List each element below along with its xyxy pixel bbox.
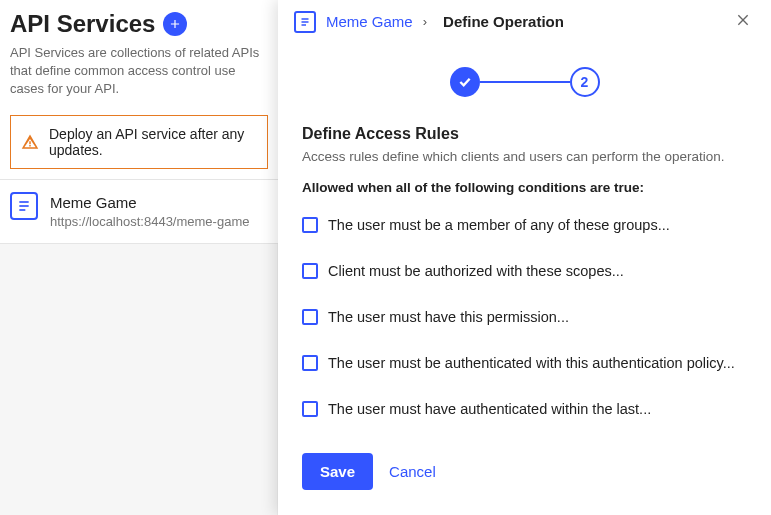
page-description: API Services are collections of related … xyxy=(10,44,268,99)
warning-icon xyxy=(21,133,39,151)
check-icon xyxy=(457,74,473,90)
step-1-done[interactable] xyxy=(450,67,480,97)
step-2-current[interactable]: 2 xyxy=(570,67,600,97)
checkbox[interactable] xyxy=(302,355,318,371)
cancel-button[interactable]: Cancel xyxy=(389,463,436,480)
rule-authn-policy[interactable]: The user must be authenticated with this… xyxy=(302,347,747,379)
checkbox[interactable] xyxy=(302,263,318,279)
chevron-right-icon: › xyxy=(423,14,427,29)
document-icon xyxy=(294,11,316,33)
step-connector xyxy=(480,81,570,83)
rule-label: Client must be authorized with these sco… xyxy=(328,263,624,279)
checkbox[interactable] xyxy=(302,401,318,417)
section-title: Define Access Rules xyxy=(302,125,747,143)
breadcrumb-link-service[interactable]: Meme Game xyxy=(326,13,413,30)
checkbox[interactable] xyxy=(302,217,318,233)
rule-scopes[interactable]: Client must be authorized with these sco… xyxy=(302,255,747,287)
plus-icon xyxy=(168,17,182,31)
rule-label: The user must have this permission... xyxy=(328,309,569,325)
rule-label: The user must be authenticated with this… xyxy=(328,355,735,371)
rule-label: The user must have authenticated within … xyxy=(328,401,651,417)
save-button[interactable]: Save xyxy=(302,453,373,490)
document-icon xyxy=(10,192,38,220)
breadcrumb: Meme Game › Define Operation xyxy=(278,0,771,39)
rule-groups[interactable]: The user must be a member of any of thes… xyxy=(302,209,747,241)
page-title: API Services xyxy=(10,10,155,38)
conditions-heading: Allowed when all of the following condit… xyxy=(302,180,747,195)
rule-label: The user must be a member of any of thes… xyxy=(328,217,670,233)
service-url: https://localhost:8443/meme-game xyxy=(50,213,249,231)
close-button[interactable] xyxy=(731,10,755,33)
checkbox[interactable] xyxy=(302,309,318,325)
rule-permission[interactable]: The user must have this permission... xyxy=(302,301,747,333)
section-description: Access rules define which clients and us… xyxy=(302,149,747,164)
service-name: Meme Game xyxy=(50,192,249,213)
rule-authn-recency[interactable]: The user must have authenticated within … xyxy=(302,393,747,425)
deploy-alert: Deploy an API service after any updates. xyxy=(10,115,268,169)
define-operation-drawer: Meme Game › Define Operation 2 Define Ac… xyxy=(278,0,771,515)
alert-text: Deploy an API service after any updates. xyxy=(49,126,257,158)
close-icon xyxy=(735,12,751,28)
service-row-meme-game[interactable]: Meme Game https://localhost:8443/meme-ga… xyxy=(0,179,278,244)
wizard-stepper: 2 xyxy=(278,39,771,125)
breadcrumb-current: Define Operation xyxy=(443,13,564,30)
add-service-button[interactable] xyxy=(163,12,187,36)
